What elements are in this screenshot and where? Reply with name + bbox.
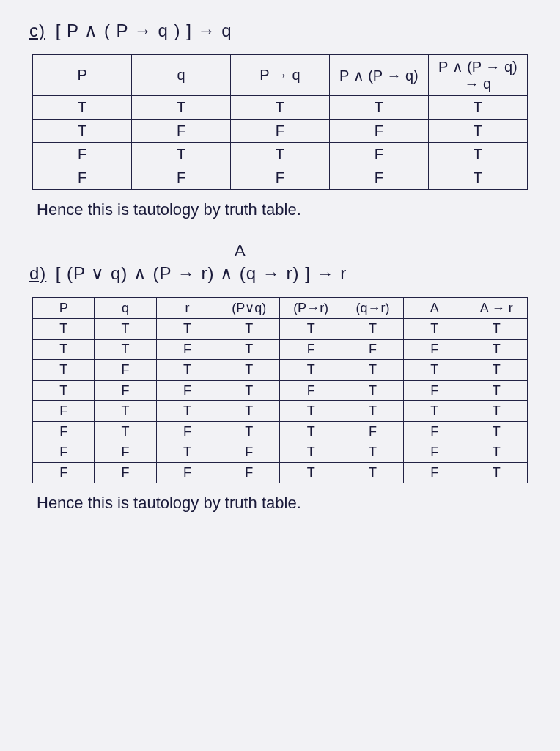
table-row: FTTTTTTT [33, 401, 528, 422]
cell: T [465, 381, 527, 401]
table-row: FTFTTFFT [33, 422, 528, 442]
cell: F [230, 166, 329, 190]
cell: F [33, 401, 95, 422]
cell: F [342, 340, 403, 360]
col-header: q [132, 55, 231, 96]
cell: F [329, 143, 428, 166]
cell: T [156, 319, 218, 340]
cell: T [428, 96, 527, 120]
cell: T [230, 96, 329, 120]
cell: T [342, 381, 403, 401]
cell: T [218, 422, 280, 442]
table-row: TFTTTTTT [33, 360, 528, 381]
part-c-conclusion: Hence this is tautology by truth table. [37, 200, 538, 219]
table-row: TTFTFFFT [33, 340, 528, 360]
part-c-label: c) [29, 21, 50, 41]
cell: F [404, 463, 465, 483]
cell: T [218, 360, 280, 381]
cell: T [465, 340, 527, 360]
cell: T [342, 319, 403, 340]
cell: T [280, 319, 342, 340]
cell: T [280, 442, 342, 463]
col-header: (q→r) [342, 298, 403, 319]
cell: F [156, 422, 218, 442]
cell: F [404, 442, 465, 463]
page: c) [ P ∧ ( P → q ) ] → q P q P → q P ∧ (… [0, 0, 560, 751]
cell: T [132, 143, 231, 166]
cell: T [404, 401, 465, 422]
a-bracket-label: A [22, 241, 538, 260]
col-header: P [33, 298, 95, 319]
cell: T [342, 401, 403, 422]
cell: T [230, 143, 329, 166]
cell: T [465, 422, 527, 442]
cell: T [156, 360, 218, 381]
cell: T [33, 360, 95, 381]
part-d-label: d) [29, 263, 50, 284]
cell: T [132, 96, 231, 120]
col-header: r [156, 298, 218, 319]
cell: F [95, 442, 156, 463]
table-row: FFFFTTFT [33, 463, 528, 483]
cell: T [428, 120, 527, 143]
cell: T [342, 442, 403, 463]
table-row: TTTTTTTT [33, 319, 528, 340]
col-header: (P→r) [280, 298, 342, 319]
cell: F [132, 120, 231, 143]
cell: F [404, 422, 465, 442]
cell: T [95, 401, 156, 422]
cell: T [156, 442, 218, 463]
cell: F [132, 166, 231, 190]
part-c-expression: c) [ P ∧ ( P → q ) ] → q [29, 21, 538, 41]
cell: F [342, 422, 403, 442]
cell: F [218, 463, 280, 483]
cell: T [33, 381, 95, 401]
cell: T [342, 463, 403, 483]
cell: T [280, 463, 342, 483]
table-row: T F F F T [33, 120, 528, 143]
cell: F [404, 340, 465, 360]
cell: T [33, 340, 95, 360]
cell: F [280, 381, 342, 401]
cell: F [329, 120, 428, 143]
cell: T [33, 319, 95, 340]
cell: T [156, 401, 218, 422]
col-header: A [404, 298, 465, 319]
cell: T [329, 96, 428, 120]
cell: T [465, 319, 527, 340]
col-header: q [95, 298, 156, 319]
part-d-expression: d) [ (P ∨ q) ∧ (P → r) ∧ (q → r) ] → r [29, 263, 538, 284]
a-letter: A [235, 241, 246, 260]
col-header: P [33, 55, 132, 96]
cell: F [33, 442, 95, 463]
cell: T [280, 422, 342, 442]
cell: T [465, 401, 527, 422]
cell: F [156, 340, 218, 360]
table-header-row: P q P → q P ∧ (P → q) P ∧ (P → q) → q [33, 55, 528, 96]
cell: T [465, 360, 527, 381]
cell: F [156, 463, 218, 483]
cell: F [95, 360, 156, 381]
cell: T [218, 381, 280, 401]
cell: F [33, 143, 132, 166]
cell: F [218, 442, 280, 463]
cell: T [33, 120, 132, 143]
cell: T [465, 442, 527, 463]
cell: T [218, 340, 280, 360]
truth-table-d: P q r (P∨q) (P→r) (q→r) A A → r TTTTTTTT… [32, 297, 528, 483]
col-header: A → r [465, 298, 527, 319]
cell: T [33, 96, 132, 120]
cell: F [33, 463, 95, 483]
table-header-row: P q r (P∨q) (P→r) (q→r) A A → r [33, 298, 528, 319]
part-d-formula: [ (P ∨ q) ∧ (P → r) ∧ (q → r) ] → r [56, 263, 347, 283]
cell: T [404, 319, 465, 340]
cell: F [95, 463, 156, 483]
part-d-conclusion: Hence this is tautology by truth table. [37, 494, 538, 513]
cell: F [329, 166, 428, 190]
table-row: T T T T T [33, 96, 528, 120]
cell: T [218, 319, 280, 340]
cell: F [95, 381, 156, 401]
cell: T [95, 319, 156, 340]
cell: T [95, 422, 156, 442]
cell: T [280, 360, 342, 381]
